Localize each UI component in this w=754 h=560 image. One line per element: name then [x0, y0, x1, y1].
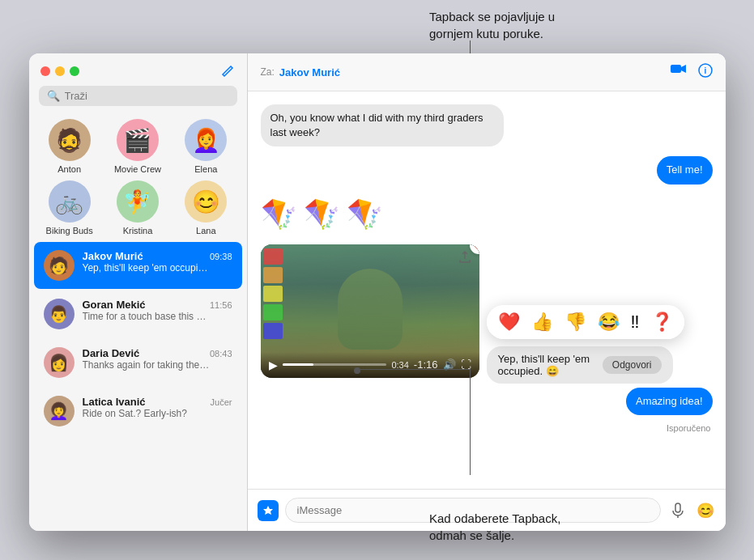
search-icon: 🔍 [47, 90, 60, 102]
chat-area: Za: Jakov Murić i [248, 53, 726, 531]
tapback-popup: ❤️ 👍 👎 😂 ‼️ ❓ [487, 305, 684, 339]
contact-name-biking-buds: Biking Buds [46, 226, 93, 235]
annotation-bottom: Kad odaberete Tapback, odmah se šalje. [429, 510, 754, 544]
video-controls-overlay: ▶ 0:34 -1:16 🔊 ⛶ [261, 244, 479, 378]
progress-fill [283, 363, 314, 366]
pinned-contact-lana[interactable]: 😊 Lana [175, 180, 236, 235]
pinned-contact-anton[interactable]: 🧔 Anton [39, 119, 100, 174]
conv-name-goran: Goran Mekić [83, 299, 146, 311]
conv-preview-goran: Time for a touch base this week? [83, 311, 212, 322]
pinned-contact-elena[interactable]: 👩‍🦰 Elena [175, 119, 236, 174]
contact-name-lana: Lana [196, 226, 215, 235]
recipient-label: Za: [261, 66, 275, 78]
message-status: Isporučeno [259, 423, 711, 433]
tapback-exclaim[interactable]: ‼️ [631, 312, 640, 333]
conv-name-jakov: Jakov Murić [83, 250, 143, 262]
video-message[interactable]: ▶ 0:34 -1:16 🔊 ⛶ [261, 244, 479, 378]
compose-button[interactable] [219, 63, 236, 79]
conv-info-latica: Latica Ivanić Jučer Ride on Sat.? Early-… [83, 396, 232, 419]
reply-container: Yep, this'll keep 'em occupied. 😄 Odgovo… [487, 346, 673, 384]
message-row-amazing: Amazing idea! Isporučeno [261, 388, 713, 433]
tapback-question[interactable]: ❓ [651, 312, 673, 333]
tapback-thumbs-up[interactable]: 👍 [531, 312, 553, 333]
reply-text: Yep, this'll keep 'em occupied. 😄 [498, 353, 594, 377]
contact-name-anton: Anton [58, 164, 81, 174]
conv-avatar-latica: 👩‍🦱 [44, 396, 75, 426]
conv-name-latica: Latica Ivanić [83, 396, 146, 408]
conversation-list: 🧑 Jakov Murić 09:38 Yep, this'll keep 'e… [29, 240, 247, 531]
video-call-icon[interactable] [671, 63, 687, 81]
pinned-contacts: 🧔 Anton 🎬 Movie Crew 👩‍🦰 Elena 🚲 Biking … [29, 114, 247, 240]
avatar-movie-crew: 🎬 [117, 119, 159, 161]
message-row-kites: 🪁 🪁 🪁 [261, 194, 713, 235]
message-row-1: Oh, you know what I did with my third gr… [261, 104, 713, 146]
contact-name-movie-crew: Movie Crew [114, 164, 161, 174]
annotation-top: Tapback se pojavljuje u gornjem kutu por… [429, 8, 754, 42]
info-icon[interactable]: i [698, 63, 713, 81]
conv-info-jakov: Jakov Murić 09:38 Yep, this'll keep 'em … [83, 250, 232, 274]
kite-2: 🪁 [304, 197, 340, 231]
progress-bar[interactable] [283, 363, 387, 366]
app-store-button[interactable] [258, 500, 279, 521]
avatar-biking-buds: 🚲 [49, 180, 91, 223]
conv-time-daria: 08:43 [210, 349, 232, 358]
kite-1: 🪁 [261, 197, 297, 231]
avatar-anton: 🧔 [49, 119, 91, 161]
pinned-contact-kristina[interactable]: 🧚 Kristina [107, 180, 168, 235]
conv-avatar-daria: 👩 [44, 347, 75, 378]
contact-name-kristina: Kristina [123, 226, 153, 235]
minimize-button[interactable] [55, 66, 65, 76]
kite-stickers: 🪁 🪁 🪁 [261, 194, 383, 235]
conv-item-jakov[interactable]: 🧑 Jakov Murić 09:38 Yep, this'll keep 'e… [34, 242, 242, 289]
svg-text:i: i [704, 66, 706, 75]
tapback-thumbs-down[interactable]: 👎 [564, 312, 586, 333]
avatar-kristina: 🧚 [117, 180, 159, 223]
conv-preview-latica: Ride on Sat.? Early-ish? [83, 408, 212, 419]
conv-info-goran: Goran Mekić 11:56 Time for a touch base … [83, 299, 232, 322]
message-bubble-2: Tell me! [657, 156, 713, 184]
conv-item-goran[interactable]: 👨 Goran Mekić 11:56 Time for a touch bas… [34, 291, 242, 337]
header-icons: i [671, 63, 713, 81]
close-button[interactable] [40, 66, 50, 76]
conv-preview-daria: Thanks again for taking them this weeken… [83, 359, 212, 371]
video-time-played: 0:34 [391, 360, 408, 370]
recipient-name: Jakov Murić [279, 66, 671, 78]
contact-name-elena: Elena [194, 164, 217, 174]
conv-time-goran: 11:56 [210, 300, 232, 310]
conv-item-daria[interactable]: 👩 Daria Dević 08:43 Thanks again for tak… [34, 339, 242, 386]
message-bubble-1: Oh, you know what I did with my third gr… [261, 104, 504, 146]
sidebar: 🔍 🧔 Anton 🎬 Movie Crew 👩‍🦰 Elena [29, 53, 248, 531]
pinned-contact-biking-buds[interactable]: 🚲 Biking Buds [39, 180, 100, 235]
conv-time-latica: Jučer [211, 397, 232, 407]
message-bubble-amazing: Amazing idea! [626, 388, 712, 415]
conv-avatar-jakov: 🧑 [44, 250, 75, 281]
play-button[interactable]: ▶ [269, 358, 278, 371]
message-row-2: Tell me! [261, 156, 713, 184]
avatar-elena: 👩‍🦰 [185, 119, 227, 161]
titlebar [29, 53, 247, 86]
search-bar: 🔍 [39, 86, 237, 106]
conv-avatar-goran: 👨 [44, 299, 75, 329]
conv-item-latica[interactable]: 👩‍🦱 Latica Ivanić Jučer Ride on Sat.? Ea… [34, 388, 242, 435]
reply-button[interactable]: Odgovori [603, 356, 662, 374]
kite-3: 🪁 [347, 197, 383, 231]
share-icon[interactable] [458, 251, 471, 267]
annotation-line-bottom-h [356, 369, 471, 370]
conv-name-daria: Daria Dević [83, 347, 140, 359]
svg-rect-0 [671, 65, 681, 73]
avatar-lana: 😊 [185, 180, 227, 223]
reply-bubble: Yep, this'll keep 'em occupied. 😄 Odgovo… [487, 346, 673, 384]
tapback-haha[interactable]: 😂 [598, 312, 620, 333]
maximize-button[interactable] [70, 66, 79, 76]
search-input[interactable] [65, 90, 229, 102]
conv-time-jakov: 09:38 [210, 252, 232, 261]
tapback-heart[interactable]: ❤️ [498, 312, 520, 333]
chat-header: Za: Jakov Murić i [248, 53, 726, 91]
messages-container: Oh, you know what I did with my third gr… [248, 91, 726, 489]
annotation-dot-bottom [354, 367, 360, 374]
annotation-line-bottom [470, 370, 471, 475]
conv-preview-jakov: Yep, this'll keep 'em occupied. 😄 [83, 262, 212, 274]
pinned-contact-movie-crew[interactable]: 🎬 Movie Crew [107, 119, 168, 174]
messages-window: 🔍 🧔 Anton 🎬 Movie Crew 👩‍🦰 Elena [29, 53, 726, 531]
conv-info-daria: Daria Dević 08:43 Thanks again for takin… [83, 347, 232, 371]
